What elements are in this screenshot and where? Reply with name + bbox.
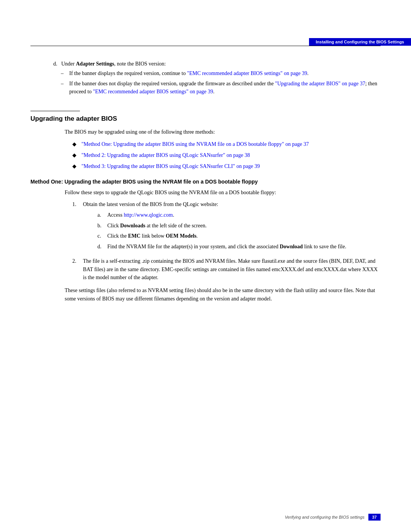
- step-1b-label: b.: [97, 222, 106, 230]
- header-title: Installing and Configuring the BIOS Sett…: [316, 40, 404, 44]
- method-3-text: "Method 3: Upgrading the adapter BIOS us…: [81, 162, 260, 170]
- step-1: 1. Obtain the latest version of the BIOS…: [72, 200, 381, 253]
- bullet-list-d: – If the banner displays the required ve…: [61, 69, 381, 96]
- bullet-item-1: – If the banner displays the required ve…: [61, 69, 381, 77]
- step-1b-text: Click Downloads at the left side of the …: [107, 222, 207, 230]
- upgrading-intro: The BIOS may be upgraded using one of th…: [65, 128, 381, 136]
- footer: Verifying and configuring the BIOS setti…: [30, 514, 381, 521]
- step-2: 2. The file is a self-extracting .zip co…: [72, 257, 381, 282]
- methods-list: ◆ "Method One: Upgrading the adapter BIO…: [72, 140, 381, 170]
- step-2-label: 2.: [72, 257, 81, 282]
- step-2-text: The file is a self-extracting .zip conta…: [83, 257, 381, 282]
- step-1-label: 1.: [72, 200, 81, 253]
- bullet-item-2: – If the banner does not display the req…: [61, 80, 381, 96]
- bullet-text-2: If the banner does not display the requi…: [69, 80, 381, 96]
- step-1a-text: Access http://www.qlogic.com.: [107, 211, 174, 219]
- dash-2: –: [61, 80, 68, 96]
- step-1a: a. Access http://www.qlogic.com.: [97, 211, 346, 219]
- additional-para: These settings files (also referred to a…: [65, 286, 381, 303]
- link-upgrading[interactable]: "Upgrading the adapter BIOS" on page 37: [275, 81, 365, 86]
- page: Installing and Configuring the BIOS Sett…: [0, 0, 411, 532]
- qlogic-link[interactable]: http://www.qlogic.com: [124, 212, 173, 218]
- method-1-link[interactable]: "Method One: Upgrading the adapter BIOS …: [81, 141, 309, 147]
- method-3-item: ◆ "Method 3: Upgrading the adapter BIOS …: [72, 162, 381, 170]
- step-1d-text: Find the NVRAM file for the adapter(s) i…: [107, 243, 346, 251]
- step-1d: d. Find the NVRAM file for the adapter(s…: [97, 243, 346, 251]
- dash-1: –: [61, 69, 68, 77]
- step-1-text: Obtain the latest version of the BIOS fr…: [83, 201, 218, 207]
- method-2-link[interactable]: "Method 2: Upgrading the adapter BIOS us…: [81, 152, 250, 158]
- step-1d-label: d.: [97, 243, 106, 251]
- main-content: d. Under Adapter Settings, note the BIOS…: [30, 50, 381, 502]
- upgrading-heading: Upgrading the adapter BIOS: [30, 115, 381, 123]
- method-1-item: ◆ "Method One: Upgrading the adapter BIO…: [72, 140, 381, 148]
- section-d: d. Under Adapter Settings, note the BIOS…: [53, 61, 381, 96]
- method-2-item: ◆ "Method 2: Upgrading the adapter BIOS …: [72, 151, 381, 159]
- bullet-text-1: If the banner displays the required vers…: [69, 69, 309, 77]
- diamond-bullet-1: ◆: [72, 140, 79, 148]
- method-2-text: "Method 2: Upgrading the adapter BIOS us…: [81, 151, 250, 159]
- alpha-list-1: a. Access http://www.qlogic.com. b. Clic…: [97, 211, 346, 251]
- link-emc-1[interactable]: "EMC recommended adapter BIOS settings" …: [187, 70, 307, 76]
- top-rule: [30, 46, 381, 46]
- section-d-label: d. Under Adapter Settings, note the BIOS…: [53, 61, 381, 67]
- diamond-bullet-3: ◆: [72, 162, 79, 170]
- step-1c-label: c.: [97, 232, 106, 240]
- diamond-bullet-2: ◆: [72, 151, 79, 159]
- method-1-text: "Method One: Upgrading the adapter BIOS …: [81, 140, 309, 148]
- method-3-link[interactable]: "Method 3: Upgrading the adapter BIOS us…: [81, 163, 260, 169]
- header-bar: Installing and Configuring the BIOS Sett…: [309, 38, 411, 46]
- step-1c-text: Click the EMC link below OEM Models.: [107, 232, 198, 240]
- link-emc-2[interactable]: "EMC recommended adapter BIOS settings" …: [93, 89, 213, 94]
- step-1-content: Obtain the latest version of the BIOS fr…: [83, 200, 346, 253]
- steps-list: 1. Obtain the latest version of the BIOS…: [72, 200, 381, 282]
- footer-text: Verifying and configuring the BIOS setti…: [285, 515, 364, 519]
- method-one-intro: Follow these steps to upgrade the QLogic…: [65, 189, 381, 197]
- step-1c: c. Click the EMC link below OEM Models.: [97, 232, 346, 240]
- step-1b: b. Click Downloads at the left side of t…: [97, 222, 346, 230]
- section-divider-rule: [30, 111, 80, 111]
- step-1a-label: a.: [97, 211, 106, 219]
- method-one-heading: Method One: Upgrading the adapter BIOS u…: [30, 179, 381, 185]
- footer-page-number: 37: [368, 514, 381, 521]
